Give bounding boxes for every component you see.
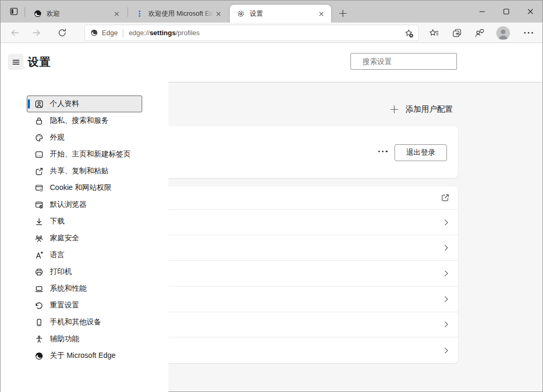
edge-logo-icon: [34, 9, 42, 18]
sidebar-item-about-edge[interactable]: 关于 Microsoft Edge: [27, 347, 142, 364]
minimize-button[interactable]: [470, 1, 494, 23]
plus-icon: [338, 8, 348, 18]
maximize-button[interactable]: [494, 1, 518, 23]
site-permissions-icon: [35, 184, 44, 193]
settings-list-item[interactable]: [132, 312, 458, 338]
settings-list-item[interactable]: [132, 210, 458, 236]
edge-logo-icon: [35, 352, 44, 361]
start-page-icon: [35, 150, 44, 159]
tab-close-button[interactable]: [214, 9, 223, 18]
sidebar-item-phone-other-devices[interactable]: 手机和其他设备: [27, 314, 142, 331]
toolbar: Edge edge://settings/profiles: [1, 23, 542, 43]
tab-welcome[interactable]: 欢迎: [27, 5, 126, 23]
settings-nav: 个人资料 隐私、搜索和服务 外观 开始、主页和新建标签页 共享、复制和粘贴 Co: [27, 96, 142, 364]
sidebar-item-start-home-newtab[interactable]: 开始、主页和新建标签页: [27, 146, 142, 163]
sidebar-item-default-browser[interactable]: 默认浏览器: [27, 196, 142, 213]
sidebar-item-family-safety[interactable]: 家庭安全: [27, 230, 142, 247]
sidebar-item-downloads[interactable]: 下载: [27, 213, 142, 230]
profile-card: 退出登录: [132, 126, 458, 178]
sign-out-button[interactable]: 退出登录: [395, 144, 447, 161]
new-tab-button[interactable]: [336, 6, 350, 20]
tab-separator: [127, 7, 128, 17]
tab-close-button[interactable]: [112, 9, 121, 18]
edge-logo-icon: [90, 29, 98, 37]
add-profile-button[interactable]: 添加用户配置: [389, 103, 453, 115]
settings-list-item[interactable]: [132, 287, 458, 312]
vertical-tabs-button[interactable]: [6, 5, 21, 19]
share-icon: [35, 167, 44, 176]
sidebar-item-reset-settings[interactable]: 重置设置: [27, 297, 142, 314]
add-favorite-button[interactable]: [401, 27, 416, 40]
laptop-icon: [35, 284, 44, 293]
address-bar[interactable]: Edge edge://settings/profiles: [84, 25, 419, 41]
favorites-button[interactable]: [425, 25, 442, 41]
phone-icon: [35, 318, 44, 327]
profile-avatar-button[interactable]: [496, 26, 510, 40]
add-profile-label: 添加用户配置: [406, 104, 453, 114]
menu-toggle-button[interactable]: [8, 54, 24, 70]
settings-search-input[interactable]: [363, 57, 457, 66]
sidebar-item-appearance[interactable]: 外观: [27, 129, 142, 146]
sidebar-item-printers[interactable]: 打印机: [27, 263, 142, 280]
sidebar-item-languages[interactable]: 语言: [27, 247, 142, 263]
reload-button[interactable]: [53, 25, 71, 41]
maximize-icon: [502, 7, 511, 16]
tab-separator: [25, 7, 25, 17]
site-info-button[interactable]: Edge: [90, 29, 118, 37]
sidebar-item-cookies-site-permissions[interactable]: Cookie 和网站权限: [27, 179, 142, 196]
default-browser-icon: [35, 200, 44, 209]
sidebar-item-privacy-search-services[interactable]: 隐私、搜索和服务: [27, 112, 142, 129]
tab-settings-active[interactable]: 设置: [230, 5, 331, 23]
close-icon: [526, 7, 535, 16]
tab-close-button[interactable]: [316, 9, 326, 18]
tab-title: 欢迎使用 Microsoft Edg: [148, 9, 214, 18]
sidebar-item-system-performance[interactable]: 系统和性能: [27, 280, 142, 297]
settings-list-item[interactable]: [132, 261, 458, 287]
url-text: edge://settings/profiles: [129, 29, 199, 37]
chevron-right-icon: [442, 346, 450, 354]
profile-settings-list: [132, 186, 458, 363]
favorites-star-icon: [429, 28, 439, 38]
profile-icon: [35, 100, 44, 109]
settings-search-box[interactable]: [350, 53, 457, 70]
sidebar-item-profile[interactable]: 个人资料: [27, 96, 142, 112]
settings-more-button[interactable]: [520, 25, 537, 41]
external-link-icon: [440, 193, 450, 203]
collections-button[interactable]: [449, 25, 465, 41]
palette-icon: [35, 133, 44, 142]
tab-welcome-edge[interactable]: 欢迎使用 Microsoft Edg: [129, 5, 228, 23]
forward-button[interactable]: [27, 25, 45, 41]
close-window-button[interactable]: [518, 1, 542, 23]
download-icon: [35, 217, 44, 226]
sidebar-item-accessibility[interactable]: 辅助功能: [27, 331, 142, 347]
close-icon: [112, 9, 121, 18]
back-arrow-icon: [10, 28, 20, 38]
star-plus-icon: [404, 28, 414, 38]
plus-icon: [389, 104, 399, 114]
settings-list-item[interactable]: [132, 337, 458, 363]
reset-icon: [35, 301, 44, 310]
printer-icon: [35, 268, 44, 277]
feedback-person-chat-button[interactable]: [471, 25, 488, 41]
close-icon: [214, 9, 223, 18]
chevron-right-icon: [442, 270, 450, 278]
chevron-right-icon: [442, 321, 450, 329]
lock-icon: [35, 116, 44, 125]
window-controls: [470, 1, 542, 23]
sidebar-item-share-copy-paste[interactable]: 共享、复制和粘贴: [27, 163, 142, 179]
tab-title: 设置: [250, 9, 316, 18]
accessibility-icon: [35, 335, 44, 344]
chevron-right-icon: [442, 244, 450, 252]
avatar: [496, 26, 510, 40]
profile-more-options-button[interactable]: [376, 149, 390, 154]
reload-icon: [57, 28, 67, 38]
page-title: 设置: [28, 55, 51, 69]
settings-sidebar: 设置 个人资料 隐私、搜索和服务 外观 开始、主页和新建标签页 共享、复制和粘贴: [1, 43, 168, 392]
family-icon: [35, 234, 44, 243]
back-button[interactable]: [6, 25, 24, 41]
settings-list-item[interactable]: [132, 235, 458, 261]
tab-title: 欢迎: [47, 9, 112, 18]
close-icon: [317, 9, 326, 18]
settings-list-item[interactable]: [132, 186, 458, 210]
minimize-icon: [477, 7, 487, 16]
